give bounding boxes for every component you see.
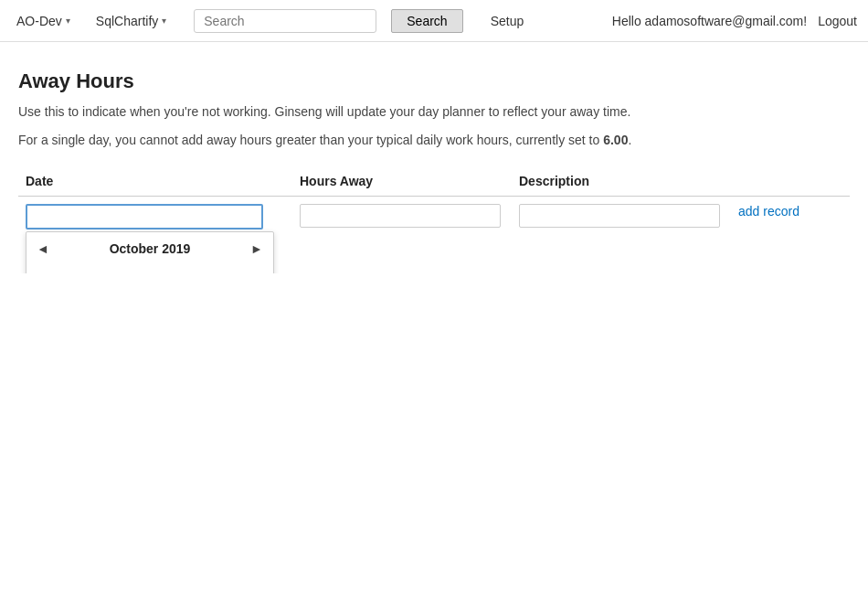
calendar-dropdown: ◄ October 2019 ► SuMoTuWeThFrSa 12345678… bbox=[26, 231, 274, 273]
description-field[interactable] bbox=[519, 204, 720, 228]
nav-brand: AO-Dev ▾ SqlChartify ▾ Search Setup bbox=[11, 9, 529, 33]
date-field[interactable] bbox=[26, 204, 263, 230]
calendar-next-button[interactable]: ► bbox=[246, 238, 268, 260]
date-wrapper: ◄ October 2019 ► SuMoTuWeThFrSa 12345678… bbox=[26, 204, 263, 230]
add-record-link[interactable]: add record bbox=[738, 204, 799, 219]
nav-brand-aodev-label: AO-Dev bbox=[16, 14, 62, 28]
hours-cell bbox=[292, 197, 512, 238]
navbar: AO-Dev ▾ SqlChartify ▾ Search Setup Hell… bbox=[0, 0, 868, 42]
page-note-value: 6.00 bbox=[603, 133, 628, 147]
col-header-desc: Description bbox=[512, 168, 731, 197]
page-content: Away Hours Use this to indicate when you… bbox=[0, 42, 868, 273]
nav-brand-aodev[interactable]: AO-Dev ▾ bbox=[11, 10, 76, 32]
setup-link[interactable]: Setup bbox=[485, 10, 530, 32]
search-button[interactable]: Search bbox=[391, 9, 462, 33]
date-cell: ◄ October 2019 ► SuMoTuWeThFrSa 12345678… bbox=[18, 197, 292, 238]
page-note: For a single day, you cannot add away ho… bbox=[18, 131, 850, 150]
calendar-header: ◄ October 2019 ► bbox=[32, 238, 268, 260]
logout-button[interactable]: Logout bbox=[818, 14, 857, 28]
col-header-hours: Hours Away bbox=[292, 168, 512, 197]
new-record-row: ◄ October 2019 ► SuMoTuWeThFrSa 12345678… bbox=[18, 197, 850, 238]
aodev-chevron-icon: ▾ bbox=[66, 16, 70, 26]
calendar-day-header: Su bbox=[32, 267, 66, 273]
away-hours-table: Date Hours Away Description ◄ October 20… bbox=[18, 168, 850, 237]
calendar-day-header: Sa bbox=[234, 267, 268, 273]
desc-cell bbox=[512, 197, 731, 238]
calendar-days-header: SuMoTuWeThFrSa bbox=[32, 267, 268, 273]
add-record-cell: add record bbox=[731, 197, 850, 238]
col-header-date: Date bbox=[18, 168, 292, 197]
calendar-day-header: Tu bbox=[100, 267, 132, 273]
calendar-day-header: We bbox=[133, 267, 168, 273]
page-title: Away Hours bbox=[18, 69, 850, 93]
nav-brand-sqlchartify-label: SqlChartify bbox=[96, 14, 158, 28]
calendar-day-header: Th bbox=[168, 267, 202, 273]
page-note-prefix: For a single day, you cannot add away ho… bbox=[18, 133, 603, 147]
col-header-action bbox=[731, 168, 850, 197]
hours-field[interactable] bbox=[300, 204, 501, 228]
sqlchartify-chevron-icon: ▾ bbox=[162, 16, 166, 26]
calendar-day-header: Fr bbox=[201, 267, 234, 273]
page-note-suffix: . bbox=[628, 133, 631, 147]
calendar-prev-button[interactable]: ◄ bbox=[32, 238, 54, 260]
nav-brand-sqlchartify[interactable]: SqlChartify ▾ bbox=[90, 10, 172, 32]
calendar-month-year: October 2019 bbox=[110, 241, 191, 256]
user-greeting: Hello adamosoftware@gmail.com! bbox=[612, 14, 807, 28]
search-input[interactable] bbox=[194, 9, 376, 33]
page-description: Use this to indicate when you're not wor… bbox=[18, 102, 850, 122]
calendar-grid: SuMoTuWeThFrSa 1234567891011121314151617… bbox=[32, 267, 268, 273]
calendar-day-header: Mo bbox=[66, 267, 101, 273]
